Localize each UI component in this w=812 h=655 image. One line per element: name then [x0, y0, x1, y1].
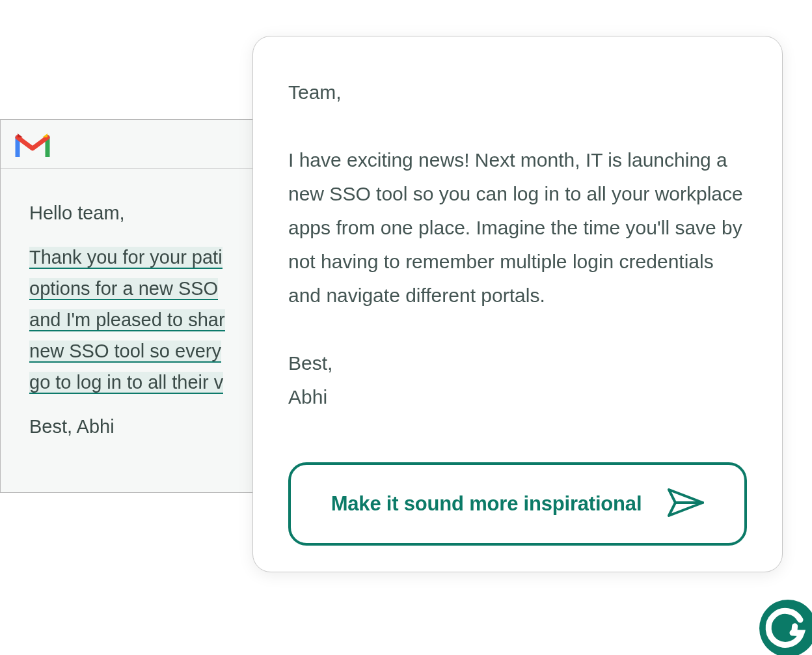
- suggestion-body: I have exciting news! Next month, IT is …: [288, 143, 747, 313]
- make-inspirational-button[interactable]: Make it sound more inspirational: [288, 462, 747, 546]
- suggestion-greeting: Team,: [288, 76, 747, 109]
- send-icon: [668, 488, 704, 520]
- suggestion-closing: Best,: [288, 346, 747, 380]
- action-button-label: Make it sound more inspirational: [331, 492, 642, 516]
- grammarly-suggestion-card: Team, I have exciting news! Next month, …: [252, 36, 783, 572]
- suggestion-signature: Abhi: [288, 380, 747, 414]
- gmail-logo-icon: [15, 131, 50, 157]
- grammarly-badge-icon[interactable]: [759, 599, 812, 655]
- suggestion-text: Team, I have exciting news! Next month, …: [288, 76, 747, 444]
